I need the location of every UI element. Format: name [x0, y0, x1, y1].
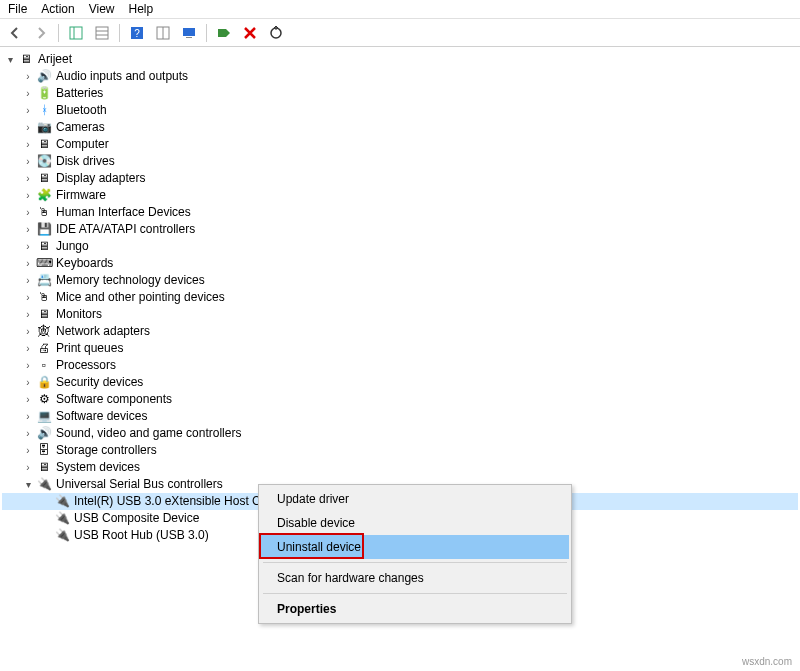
- grid-icon[interactable]: [91, 22, 113, 44]
- context-menu-item[interactable]: Uninstall device: [261, 535, 569, 559]
- category-icon: 🖱: [36, 290, 52, 306]
- tree-category[interactable]: ›ᚼBluetooth: [2, 102, 798, 119]
- category-icon: 💻: [36, 409, 52, 425]
- expander-icon[interactable]: ›: [22, 374, 34, 391]
- category-icon: ▫: [36, 358, 52, 374]
- tree-category[interactable]: ›🔒Security devices: [2, 374, 798, 391]
- tree-category[interactable]: ›🖨Print queues: [2, 340, 798, 357]
- expander-icon[interactable]: ›: [22, 459, 34, 476]
- expander-icon[interactable]: ▾: [22, 476, 34, 493]
- category-label: Network adapters: [56, 323, 150, 340]
- tree-category[interactable]: ›🖱Mice and other pointing devices: [2, 289, 798, 306]
- tree-category[interactable]: ›🧩Firmware: [2, 187, 798, 204]
- expander-icon[interactable]: ›: [22, 136, 34, 153]
- device-tree: ▾ 🖥 Arijeet ›🔊Audio inputs and outputs›🔋…: [0, 47, 800, 548]
- category-icon: 🖥: [36, 239, 52, 255]
- expander-icon[interactable]: ›: [22, 119, 34, 136]
- expander-icon[interactable]: ›: [22, 408, 34, 425]
- tree-category[interactable]: ›🖱Human Interface Devices: [2, 204, 798, 221]
- tree-category[interactable]: ›🖥System devices: [2, 459, 798, 476]
- expander-icon[interactable]: ›: [22, 170, 34, 187]
- tree-category[interactable]: ›🕸Network adapters: [2, 323, 798, 340]
- category-label: Audio inputs and outputs: [56, 68, 188, 85]
- expander-icon[interactable]: ›: [22, 323, 34, 340]
- scan-icon[interactable]: [213, 22, 235, 44]
- help-icon[interactable]: ?: [126, 22, 148, 44]
- tree-category[interactable]: ›🔊Sound, video and game controllers: [2, 425, 798, 442]
- category-icon: 🖨: [36, 341, 52, 357]
- expander-icon[interactable]: ›: [22, 340, 34, 357]
- category-label: Processors: [56, 357, 116, 374]
- menu-file[interactable]: File: [8, 2, 27, 16]
- expander-icon[interactable]: ›: [22, 357, 34, 374]
- expander-icon[interactable]: ›: [22, 204, 34, 221]
- tree-category[interactable]: ›🔊Audio inputs and outputs: [2, 68, 798, 85]
- delete-icon[interactable]: [239, 22, 261, 44]
- menu-action[interactable]: Action: [41, 2, 74, 16]
- expander-icon[interactable]: ›: [22, 238, 34, 255]
- svg-rect-11: [218, 29, 226, 37]
- expander-icon[interactable]: ›: [22, 442, 34, 459]
- expander-icon[interactable]: ›: [22, 425, 34, 442]
- category-icon: 🔋: [36, 86, 52, 102]
- monitor-icon[interactable]: [178, 22, 200, 44]
- svg-rect-9: [183, 28, 195, 36]
- expander-icon[interactable]: ›: [22, 306, 34, 323]
- menu-view[interactable]: View: [89, 2, 115, 16]
- tree-category[interactable]: ›💾IDE ATA/ATAPI controllers: [2, 221, 798, 238]
- tree-category[interactable]: ›📇Memory technology devices: [2, 272, 798, 289]
- expander-icon[interactable]: ›: [22, 68, 34, 85]
- context-menu-item[interactable]: Scan for hardware changes: [261, 566, 569, 590]
- tree-category[interactable]: ›🖥Jungo: [2, 238, 798, 255]
- toolbar-separator: [206, 24, 207, 42]
- category-icon: 🖥: [36, 171, 52, 187]
- expander-icon[interactable]: ›: [22, 289, 34, 306]
- category-label: Mice and other pointing devices: [56, 289, 225, 306]
- tree-category[interactable]: ›🔋Batteries: [2, 85, 798, 102]
- tree-category[interactable]: ›🖥Monitors: [2, 306, 798, 323]
- expander-icon[interactable]: ›: [22, 255, 34, 272]
- expander-icon[interactable]: ›: [22, 221, 34, 238]
- forward-icon[interactable]: [30, 22, 52, 44]
- context-menu-item[interactable]: Disable device: [261, 511, 569, 535]
- context-menu-item[interactable]: Update driver: [261, 487, 569, 511]
- category-icon: ᚼ: [36, 103, 52, 119]
- tree-category[interactable]: ›⚙Software components: [2, 391, 798, 408]
- category-label: Human Interface Devices: [56, 204, 191, 221]
- tree-category[interactable]: ›⌨Keyboards: [2, 255, 798, 272]
- category-label: Cameras: [56, 119, 105, 136]
- device-label: USB Root Hub (USB 3.0): [74, 527, 209, 544]
- context-menu-item[interactable]: Properties: [261, 597, 569, 621]
- category-label: Storage controllers: [56, 442, 157, 459]
- category-icon: 🔒: [36, 375, 52, 391]
- back-icon[interactable]: [4, 22, 26, 44]
- expander-icon[interactable]: ›: [22, 391, 34, 408]
- category-icon: 🖥: [36, 137, 52, 153]
- tree-category[interactable]: ›🗄Storage controllers: [2, 442, 798, 459]
- context-menu-separator: [263, 593, 567, 594]
- expander-icon[interactable]: ›: [22, 187, 34, 204]
- category-label: Software devices: [56, 408, 147, 425]
- update-icon[interactable]: [265, 22, 287, 44]
- tree-category[interactable]: ›💽Disk drives: [2, 153, 798, 170]
- svg-rect-2: [96, 27, 108, 39]
- category-icon: ⌨: [36, 256, 52, 272]
- tree-category[interactable]: ›🖥Computer: [2, 136, 798, 153]
- tree-category[interactable]: ›📷Cameras: [2, 119, 798, 136]
- tree-category[interactable]: ›▫Processors: [2, 357, 798, 374]
- tree-root[interactable]: ▾ 🖥 Arijeet: [2, 51, 798, 68]
- expander-icon[interactable]: ›: [22, 272, 34, 289]
- menubar: File Action View Help: [0, 0, 800, 19]
- tree-category[interactable]: ›💻Software devices: [2, 408, 798, 425]
- expander-icon[interactable]: ▾: [4, 51, 16, 68]
- toolbar-separator: [58, 24, 59, 42]
- grid2-icon[interactable]: [152, 22, 174, 44]
- show-hide-tree-icon[interactable]: [65, 22, 87, 44]
- expander-icon[interactable]: ›: [22, 85, 34, 102]
- tree-category[interactable]: ›🖥Display adapters: [2, 170, 798, 187]
- expander-icon[interactable]: ›: [22, 102, 34, 119]
- expander-icon[interactable]: ›: [22, 153, 34, 170]
- menu-help[interactable]: Help: [129, 2, 154, 16]
- category-label: Display adapters: [56, 170, 145, 187]
- usb-device-icon: 🔌: [54, 511, 70, 527]
